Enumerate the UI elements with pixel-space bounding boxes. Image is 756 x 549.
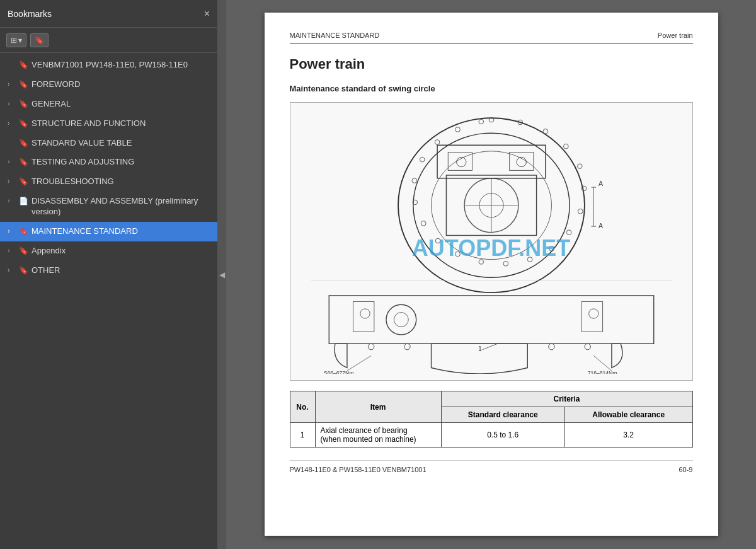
bookmark-icon: 🔖 [19,61,28,69]
svg-point-10 [566,230,571,235]
page-header-right: Power train [658,32,693,39]
sidebar-item-item-foreword[interactable]: ›🔖FOREWORD [0,75,217,95]
bookmark-icon: 🔖 [35,36,44,45]
svg-text:(73–83kgm): (73–83kgm) [587,376,616,380]
svg-text:566–677Nm: 566–677Nm [324,370,353,376]
svg-point-22 [455,127,460,132]
sidebar-item-item-other[interactable]: ›🔖OTHER [0,261,217,280]
svg-text:A: A [598,180,602,187]
sidebar-item-item-disassembly[interactable]: ›📄DISASSEMBLY AND ASSEMBLY (preliminary … [0,192,217,222]
svg-point-45 [368,344,374,350]
chevron-icon: › [8,100,15,107]
table-cell-allowable: 3.2 [564,423,692,448]
main-content: MAINTENANCE STANDARD Power train Power t… [226,0,756,549]
sidebar-title: Bookmarks [8,9,52,19]
diagram-container: A A [290,102,693,381]
collapse-arrow-icon: ◀ [219,270,225,279]
svg-point-50 [588,309,598,318]
svg-point-14 [478,260,483,265]
svg-point-6 [563,144,568,149]
sidebar-item-item-standard[interactable]: 🔖STANDARD VALUE TABLE [0,134,217,153]
sidebar-item-item-appendix[interactable]: ›🔖Appendix [0,241,217,261]
svg-text:(60–69kgm): (60–69kgm) [324,376,353,380]
swing-circle-diagram: A A [290,103,692,380]
sidebar-item-item-venbm[interactable]: 🔖VENBM71001 PW148-11E0, PW158-11E0 [0,55,217,75]
sidebar-item-label: STANDARD VALUE TABLE [32,138,212,149]
page-footer: PW148-11E0 & PW158-11E0 VENBM71001 60-9 [290,460,693,473]
bookmark-icon: 🔖 [19,119,28,128]
chevron-icon: › [8,119,15,127]
table-cell-no: 1 [290,423,315,448]
sidebar-item-item-maintenance[interactable]: ›🔖MAINTENANCE STANDARD [0,222,217,241]
page-container: MAINTENANCE STANDARD Power train Power t… [265,13,718,536]
sidebar-toolbar: ⊞ ▾ 🔖 [0,28,217,53]
svg-point-7 [577,164,582,169]
svg-point-5 [543,129,548,134]
svg-point-42 [394,313,408,327]
svg-point-41 [386,304,416,335]
bookmark-icon: 🔖 [19,246,28,255]
table-header-item: Item [315,391,441,423]
chevron-icon: › [8,246,15,254]
bookmark-icon: 🔖 [19,177,28,186]
data-table: No. Item Criteria Standard clearance All… [290,391,693,448]
table-row: 1 Axial clearance of bearing(when mounte… [290,423,692,448]
sidebar-header: Bookmarks × [0,0,217,28]
sidebar-item-label: STRUCTURE AND FUNCTION [32,118,212,129]
svg-point-11 [549,246,554,251]
bookmark-icon: 📄 [19,197,28,205]
svg-point-23 [478,119,483,124]
svg-point-15 [455,251,460,257]
sidebar-item-item-troubleshooting[interactable]: ›🔖TROUBLESHOOTING [0,172,217,192]
svg-point-47 [548,344,554,350]
bookmark-icon: 🔖 [19,158,28,166]
bookmark-icon: 🔖 [19,100,28,108]
table-header-criteria: Criteria [441,391,692,407]
svg-rect-43 [353,301,374,332]
section-subtitle: Maintenance standard of swing circle [290,84,693,93]
sidebar-items: 🔖VENBM71001 PW148-11E0, PW158-11E0›🔖FORE… [0,53,217,549]
svg-text:A: A [598,222,602,229]
view-options-button[interactable]: ⊞ ▾ [6,33,26,47]
svg-rect-29 [437,145,546,178]
svg-text:716–814Nm: 716–814Nm [587,370,617,376]
chevron-down-icon: ▾ [18,36,22,45]
table-header-no: No. [290,391,315,423]
svg-text:1: 1 [478,345,482,352]
close-icon[interactable]: × [204,8,210,20]
svg-point-19 [412,178,417,183]
chevron-icon: › [8,177,15,185]
sidebar-item-label: MAINTENANCE STANDARD [32,226,212,237]
svg-line-55 [346,355,370,371]
svg-point-21 [435,140,440,145]
sidebar-item-item-general[interactable]: ›🔖GENERAL [0,95,217,114]
svg-point-9 [578,209,583,214]
svg-point-16 [435,238,440,243]
sidebar-item-label: OTHER [32,265,212,276]
bookmark-button[interactable]: 🔖 [30,33,49,47]
svg-point-17 [421,221,426,226]
sidebar-item-label: DISASSEMBLY AND ASSEMBLY (preliminary ve… [32,196,212,217]
sidebar-item-label: FOREWORD [32,79,212,90]
bookmark-icon: 🔖 [19,139,28,147]
svg-line-52 [482,344,497,350]
page-header: MAINTENANCE STANDARD Power train [290,32,693,43]
sidebar-item-item-testing[interactable]: ›🔖TESTING AND ADJUSTING [0,153,217,172]
page-main-title: Power train [290,56,693,72]
sidebar-item-label: TESTING AND ADJUSTING [32,157,212,168]
sidebar-item-item-structure[interactable]: ›🔖STRUCTURE AND FUNCTION [0,114,217,134]
collapse-panel-handle[interactable]: ◀ [217,0,226,549]
bookmark-icon: 🔖 [19,266,28,275]
svg-line-58 [593,355,612,371]
bookmark-icon: 🔖 [19,227,28,236]
sidebar-item-label: GENERAL [32,99,212,110]
svg-point-49 [360,309,369,318]
svg-point-46 [404,344,410,350]
page-header-left: MAINTENANCE STANDARD [290,32,380,39]
svg-rect-44 [581,301,602,332]
view-grid-icon: ⊞ [11,36,17,45]
chevron-icon: › [8,80,15,88]
svg-point-20 [420,157,425,162]
table-cell-standard: 0.5 to 1.6 [441,423,564,448]
chevron-icon: › [8,197,15,204]
